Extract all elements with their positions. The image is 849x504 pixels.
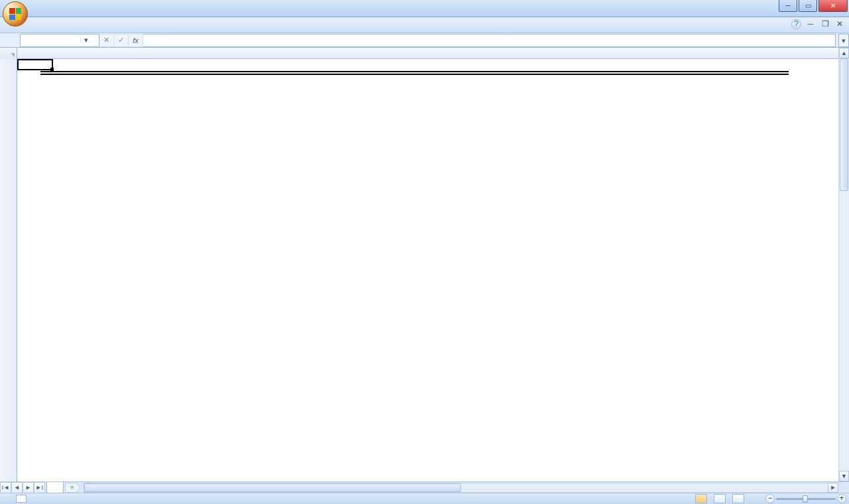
view-normal-icon[interactable] [695, 494, 707, 503]
name-box-input[interactable] [21, 36, 80, 44]
window-controls: ─ ▭ ✕ [779, 0, 848, 12]
fx-cancel-icon[interactable]: ✕ [99, 34, 114, 47]
workbook-restore-icon[interactable]: ❐ [820, 19, 830, 29]
column-headers [0, 48, 838, 59]
ribbon-tabs: ? ─ ❐ ✕ [0, 17, 849, 33]
chart-title [40, 71, 789, 75]
zoom-slider[interactable]: − + [765, 494, 846, 503]
sheet-tab-bar: I◄ ◄ ► ►I ✳ ◄ ► [0, 481, 849, 493]
macro-record-icon[interactable] [16, 495, 27, 503]
zoom-out-icon[interactable]: − [765, 494, 775, 503]
status-bar: − + [0, 493, 849, 504]
hscroll-thumb[interactable] [84, 483, 461, 492]
workbook-minimize-icon[interactable]: ─ [805, 19, 816, 29]
tab-next-icon[interactable]: ► [23, 482, 34, 493]
sheet-tab[interactable] [46, 482, 64, 493]
insert-function-icon[interactable]: fx [129, 34, 143, 47]
formula-bar: ▾ ✕ ✓ fx ▾ [0, 33, 849, 48]
name-box-dropdown-icon[interactable]: ▾ [80, 36, 91, 44]
tab-first-icon[interactable]: I◄ [0, 482, 11, 493]
view-page-break-icon[interactable] [732, 494, 744, 503]
help-icon[interactable]: ? [791, 19, 801, 29]
scroll-thumb[interactable] [840, 58, 848, 191]
worksheet-grid: ▲ ▼ [0, 48, 849, 481]
tab-last-icon[interactable]: ►I [34, 482, 45, 493]
title-bar: ─ ▭ ✕ [0, 0, 849, 17]
scroll-down-button[interactable]: ▼ [839, 471, 849, 481]
minimize-button[interactable]: ─ [779, 0, 797, 12]
workbook-close-icon[interactable]: ✕ [834, 19, 845, 29]
scroll-up-button[interactable]: ▲ [839, 48, 849, 58]
row-headers [0, 59, 17, 481]
office-button[interactable] [3, 1, 28, 27]
tab-prev-icon[interactable]: ◄ [11, 482, 23, 493]
new-sheet-icon[interactable]: ✳ [65, 483, 80, 493]
scroll-right-button[interactable]: ► [828, 483, 838, 493]
ribbon-right: ? ─ ❐ ✕ [791, 19, 845, 29]
zoom-in-icon[interactable]: + [837, 494, 846, 503]
view-page-layout-icon[interactable] [714, 494, 726, 503]
org-chart-canvas [17, 59, 838, 481]
fx-enter-icon[interactable]: ✓ [114, 34, 129, 47]
close-button[interactable]: ✕ [818, 0, 848, 12]
app-title [0, 0, 849, 17]
name-box[interactable]: ▾ [20, 34, 99, 47]
expand-formula-bar-icon[interactable]: ▾ [838, 34, 849, 47]
vertical-scrollbar[interactable]: ▲ ▼ [838, 48, 849, 481]
select-all-button[interactable] [0, 48, 17, 59]
formula-input[interactable] [143, 34, 836, 47]
horizontal-scrollbar[interactable]: ◄ ► [84, 483, 838, 493]
tab-nav: I◄ ◄ ► ►I [0, 482, 45, 493]
maximize-button[interactable]: ▭ [799, 0, 817, 12]
